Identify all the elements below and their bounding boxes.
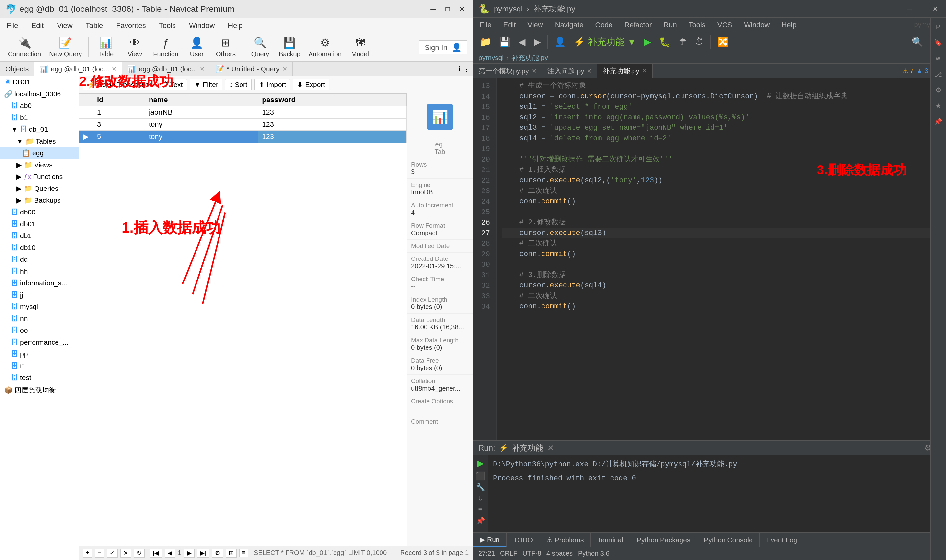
py-coverage-btn[interactable]: ☂ [676,35,689,49]
py-menu-run[interactable]: Run [661,19,679,31]
menu-edit[interactable]: Edit [29,20,46,31]
sidebar-item-db01-exp[interactable]: ▼ 🗄 db_01 [0,123,79,135]
py-bottom-tab-problems[interactable]: ⚠ Problems [540,533,591,547]
sidebar-item-nn[interactable]: 🗄 nn [0,313,79,325]
cancel-row-btn[interactable]: ✕ [120,549,131,558]
menu-table[interactable]: Table [83,20,106,31]
py-menu-view[interactable]: View [525,19,545,31]
sidebar-item-performance[interactable]: 🗄 performance_... [0,336,79,348]
run-stop-btn[interactable]: ⬛ [476,471,485,480]
first-page-btn[interactable]: |◀ [150,549,162,558]
view-btn[interactable]: 👁 View [122,35,148,60]
run-scroll-btn[interactable]: ⇩ [478,494,483,503]
sidebar-item-dd[interactable]: 🗄 dd [0,254,79,265]
py-vcs-btn[interactable]: 🔀 [715,35,732,49]
py-menu-edit[interactable]: Edit [501,19,518,31]
cell-password-2[interactable]: 123 [258,118,407,131]
py-minimize-btn[interactable]: ─ [904,3,915,14]
table-row-3[interactable]: ▶ 5 tony 123 [79,131,407,143]
py-forward-btn[interactable]: ▶ [531,35,544,49]
table-row-2[interactable]: 3 tony 123 [79,118,407,131]
tab-info-btn[interactable]: ℹ [458,65,461,73]
table-data-tab-2[interactable]: 📊 egg @db_01 (loc... ✕ [122,62,210,76]
col-header-name[interactable]: name [145,94,257,106]
cell-name-2[interactable]: tony [145,118,257,131]
menu-view[interactable]: View [54,20,75,31]
sidebar-item-db00[interactable]: 🗄 db00 [0,206,79,218]
new-query-btn[interactable]: 📝 New Query [46,35,85,60]
side-tool-pin[interactable]: 📌 [932,115,945,128]
sort-btn[interactable]: ↕ Sort [225,79,252,90]
text-btn[interactable]: T Text [160,79,187,90]
automation-btn[interactable]: ⚙ Automation [306,35,344,60]
py-tab-3-close[interactable]: ✕ [642,67,647,75]
cell-name-3[interactable]: tony [145,131,257,143]
add-row-btn[interactable]: + [83,549,92,558]
run-close-tab-icon[interactable]: ✕ [547,443,554,452]
py-tab-1[interactable]: 第一个模块py.py ✕ [473,64,542,78]
sidebar-item-tables[interactable]: ▼ 📁 Tables [0,135,79,147]
sidebar-item-egg[interactable]: 📋 egg [0,147,79,159]
py-maximize-btn[interactable]: □ [917,3,927,14]
table-data-tab-1[interactable]: 📊 egg @db_01 (loc... ✕ [34,62,122,76]
sidebar-item-oo[interactable]: 🗄 oo [0,325,79,336]
py-menu-vcs[interactable]: VCS [715,19,735,31]
run-filter-btn[interactable]: ≡ [478,506,483,514]
py-run-btn[interactable]: ▶ [641,35,654,49]
py-bottom-tab-eventlog[interactable]: Event Log [760,533,804,547]
sidebar-item-t1[interactable]: 🗄 t1 [0,360,79,372]
side-tool-git[interactable]: ⎇ [932,68,945,81]
py-menu-code[interactable]: Code [593,19,615,31]
menu-help[interactable]: Help [225,20,245,31]
tab-close-3[interactable]: ✕ [282,65,287,72]
backup-btn[interactable]: 💾 Backup [276,35,303,60]
cell-password-3[interactable]: 123 [258,131,407,143]
py-close-btn[interactable]: ✕ [929,3,941,14]
side-tool-project[interactable]: P [932,20,945,34]
py-menu-help[interactable]: Help [779,19,799,31]
py-open-btn[interactable]: 📁 [477,35,494,49]
py-tab-1-close[interactable]: ✕ [532,67,536,75]
py-bottom-tab-packages[interactable]: Python Packages [630,533,697,547]
sidebar-item-jj[interactable]: 🗄 jj [0,289,79,301]
menu-favorites[interactable]: Favorites [113,20,148,31]
last-page-btn[interactable]: ▶| [197,549,209,558]
py-bottom-tab-todo[interactable]: TODO [507,533,540,547]
sidebar-item-db01[interactable]: 🖥 DB01 [0,76,79,88]
query-btn[interactable]: 🔍 Query [247,35,273,60]
import-btn[interactable]: ⬆ Import [254,79,290,90]
export-btn[interactable]: ⬇ Export [293,79,329,90]
py-bottom-tab-terminal[interactable]: Terminal [591,533,630,547]
cell-id-2[interactable]: 3 [93,118,145,131]
table-row-1[interactable]: 1 jaonNB 123 [79,106,407,118]
sidebar-item-db1[interactable]: 🗄 db1 [0,230,79,242]
cell-password-1[interactable]: 123 [258,106,407,118]
side-tool-bookmark[interactable]: 🔖 [932,36,945,49]
sidebar-item-db01b[interactable]: 🗄 db01 [0,218,79,230]
check-btn[interactable]: ✓ [107,549,118,558]
py-search-btn[interactable]: 🔍 [909,35,926,49]
grid-view-btn[interactable]: ⊞ [226,549,237,558]
py-debug-btn[interactable]: 🐛 [656,35,673,49]
py-back-btn[interactable]: ◀ [516,35,528,49]
connection-btn[interactable]: 🔌 Connection [5,35,44,60]
run-pin-btn[interactable]: 📌 [476,517,485,525]
py-menu-tools[interactable]: Tools [686,19,708,31]
side-tool-structure[interactable]: ≋ [932,52,945,65]
menu-tools[interactable]: Tools [156,20,179,31]
col-header-id[interactable]: id [93,94,145,106]
py-tab-2-close[interactable]: ✕ [587,67,592,75]
prev-page-btn[interactable]: ◀ [165,549,175,558]
side-tool-services[interactable]: ⚙ [932,83,945,97]
code-editor-area[interactable]: # 生成一个游标对象 cursor = conn.cursor(cursor=p… [497,78,938,440]
close-btn[interactable]: ✕ [457,4,467,14]
refresh-btn[interactable]: ↻ [134,549,145,558]
begin-transaction-btn[interactable]: ⚡ Begin Transaction [83,79,157,90]
py-tab-2[interactable]: 注入问题.py ✕ [542,64,597,78]
function-btn[interactable]: ƒ Function [151,35,181,60]
delete-row-btn[interactable]: − [95,549,105,558]
py-menu-file[interactable]: File [477,19,494,31]
sidebar-item-ab0[interactable]: 🗄 ab0 [0,100,79,112]
run-play-btn[interactable]: ▶ [477,458,484,469]
sidebar-item-mysql[interactable]: 🗄 mysql [0,301,79,313]
